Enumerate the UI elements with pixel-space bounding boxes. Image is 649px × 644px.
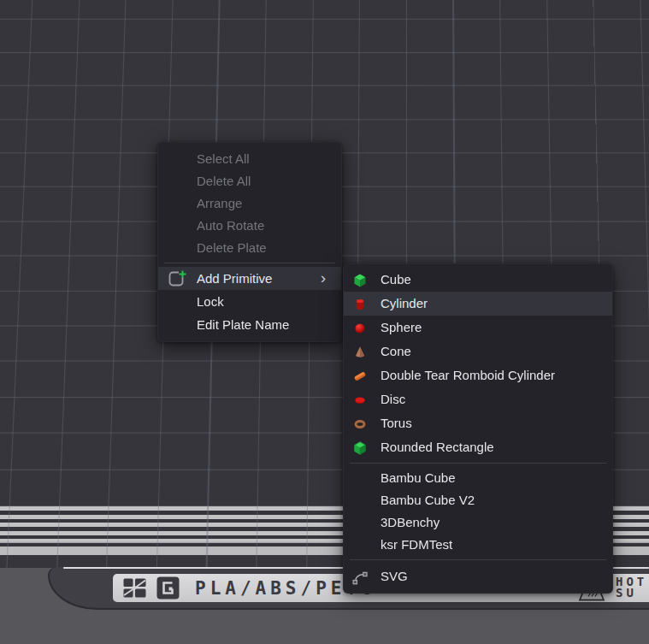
disc-icon (352, 392, 368, 407)
menu-item-delete-plate[interactable]: Delete Plate (158, 237, 341, 259)
cylinder-icon (352, 296, 368, 311)
menu-item-edit-plate-name[interactable]: Edit Plate Name (158, 313, 341, 336)
submenu-item-ksr-fdmtest[interactable]: ksr FDMTest (344, 534, 612, 556)
submenu-chevron-icon: › (321, 267, 326, 289)
submenu-item-label: 3DBenchy (381, 515, 440, 529)
torus-icon (352, 416, 368, 431)
menu-item-select-all[interactable]: Select All (158, 148, 341, 170)
double-tear-romboid-cylinder-icon (352, 368, 368, 383)
sphere-icon (352, 320, 368, 335)
rounded-rectangle-icon (352, 440, 368, 455)
submenu-item-label: Bambu Cube (381, 470, 456, 485)
menu-item-label: Delete All (197, 174, 251, 188)
menu-item-delete-all[interactable]: Delete All (158, 170, 341, 192)
menu-item-label: Arrange (197, 196, 242, 210)
viewport-3d[interactable]: PLA/ABS/PETG HOT SU Select All Delete Al… (0, 0, 649, 644)
plate-corner-label: HOT SU (616, 576, 647, 599)
menu-item-label: Add Primitive (197, 271, 272, 286)
plate-mark-icon (156, 576, 180, 600)
submenu-item-label: Torus (381, 416, 412, 430)
submenu-item-bambu-cube-v2[interactable]: Bambu Cube V2 (344, 489, 612, 511)
svg-bezier-icon (352, 569, 368, 584)
menu-separator (164, 263, 335, 263)
submenu-item-double-tear-romboid-cylinder[interactable]: Double Tear Romboid Cylinder (344, 363, 612, 387)
submenu-item-label: SVG (381, 569, 408, 583)
submenu-item-label: ksr FDMTest (381, 537, 452, 552)
submenu-item-label: Disc (381, 392, 405, 406)
submenu-item-rounded-rectangle[interactable]: Rounded Rectangle (344, 435, 612, 459)
submenu-item-label: Rounded Rectangle (381, 440, 494, 454)
menu-item-arrange[interactable]: Arrange (158, 192, 341, 215)
menu-item-label: Select All (197, 151, 250, 166)
plate-logo-icon (123, 578, 146, 598)
submenu-item-cylinder[interactable]: Cylinder (344, 292, 612, 316)
submenu-item-disc[interactable]: Disc (344, 387, 612, 411)
submenu-item-label: Bambu Cube V2 (381, 493, 475, 507)
submenu-item-sphere[interactable]: Sphere (344, 316, 612, 340)
menu-item-label: Auto Rotate (197, 218, 264, 233)
submenu-item-cube[interactable]: Cube (344, 268, 612, 292)
submenu-item-label: Double Tear Romboid Cylinder (381, 368, 555, 382)
plate-corner-label-line2: SU (616, 588, 647, 599)
cone-icon (352, 344, 368, 359)
submenu-item-torus[interactable]: Torus (344, 411, 612, 435)
menu-item-add-primitive[interactable]: Add Primitive › (158, 267, 341, 290)
menu-item-lock[interactable]: Lock (158, 290, 341, 313)
submenu-item-label: Cube (381, 272, 411, 287)
menu-item-label: Edit Plate Name (197, 317, 289, 332)
submenu-item-cone[interactable]: Cone (344, 340, 612, 363)
add-primitive-submenu: Cube Cylinder (343, 263, 613, 594)
cube-icon (352, 272, 368, 287)
menu-item-label: Delete Plate (197, 240, 267, 255)
submenu-separator (350, 463, 606, 464)
menu-item-label: Lock (197, 294, 224, 309)
submenu-item-label: Sphere (381, 320, 422, 334)
submenu-item-svg[interactable]: SVG (344, 564, 612, 589)
submenu-item-bambu-cube[interactable]: Bambu Cube (344, 467, 612, 489)
menu-item-auto-rotate[interactable]: Auto Rotate (158, 215, 341, 237)
submenu-item-label: Cone (381, 344, 411, 358)
context-menu: Select All Delete All Arrange Auto Rotat… (157, 142, 342, 342)
submenu-item-label: Cylinder (381, 296, 428, 310)
submenu-item-3dbenchy[interactable]: 3DBenchy (344, 511, 612, 534)
submenu-separator (350, 559, 606, 560)
